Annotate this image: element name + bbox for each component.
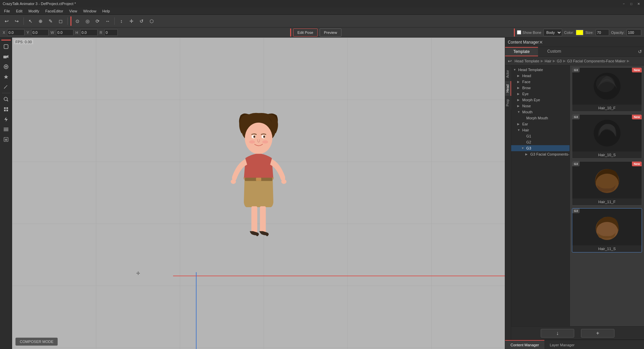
menu-help[interactable]: Help: [100, 8, 113, 14]
breadcrumb-arrow-3: ▶: [563, 59, 566, 63]
tree-arrow-g3-facial: ▶: [525, 153, 529, 156]
menu-window[interactable]: Window: [80, 8, 99, 14]
hair-item-hair10f[interactable]: Hair_10_F G3 New: [572, 67, 642, 112]
select-button[interactable]: ↖: [26, 16, 35, 26]
show-bone-checkbox[interactable]: [517, 30, 521, 35]
bottom-tabs: Content Manager Layer Manager: [505, 340, 644, 349]
edit-pose-button[interactable]: Edit Pose: [293, 28, 318, 37]
flip-button[interactable]: ↔: [103, 16, 112, 26]
cm-tree[interactable]: ▼ Head Template ▶ Head ▶ Face ▶: [511, 65, 570, 326]
star-button[interactable]: ⬡: [147, 16, 156, 26]
tab-layer-manager[interactable]: Layer Manager: [544, 340, 580, 349]
tree-nose[interactable]: ▶ Nose: [511, 103, 570, 109]
content-manager-close-button[interactable]: ✕: [539, 40, 543, 45]
r-label: R: [100, 31, 102, 35]
lt-camera-button[interactable]: [1, 52, 11, 61]
opacity-input[interactable]: [627, 29, 641, 36]
tree-g3-facial[interactable]: ▶ G3 Facial Components-Fa...: [511, 151, 570, 157]
g3-badge-hair10s: G3: [572, 115, 580, 119]
tree-mouth[interactable]: ▼ Mouth: [511, 109, 570, 115]
loop-button[interactable]: ↺: [137, 16, 146, 26]
size-input[interactable]: [596, 29, 609, 36]
cm-download-button[interactable]: ↓: [541, 329, 574, 338]
main-area: FPS: 0.00: [0, 38, 644, 349]
menu-view[interactable]: View: [66, 8, 80, 14]
undo-button[interactable]: ↩: [2, 16, 11, 26]
circle-button[interactable]: ◎: [83, 16, 92, 26]
hair-item-hair10s[interactable]: Hair_10_S G3 New: [572, 114, 642, 159]
menu-modify[interactable]: Modify: [26, 8, 42, 14]
color-swatch[interactable]: [576, 30, 583, 35]
side-tab-prop[interactable]: Prop: [505, 96, 511, 110]
tree-head[interactable]: ▶ Head: [511, 73, 570, 79]
toolbar-separator-1: [23, 17, 24, 25]
menu-edit[interactable]: Edit: [13, 8, 25, 14]
shape-button[interactable]: ◻: [56, 16, 65, 26]
tree-morph-eye[interactable]: ▶ Morph Eye: [511, 97, 570, 103]
svg-rect-12: [4, 110, 6, 111]
composer-mode-button[interactable]: COMPOSER MODE: [15, 338, 58, 346]
tree-brow[interactable]: ▶ Brow: [511, 85, 570, 91]
preview-button[interactable]: Preview: [320, 28, 341, 37]
cm-add-button[interactable]: +: [581, 329, 614, 338]
breadcrumb-item-4[interactable]: G3 Facial Components-Face Maker: [567, 59, 626, 63]
move-button[interactable]: ⊕: [36, 16, 45, 26]
y-input[interactable]: [31, 29, 49, 36]
svg-rect-1: [3, 56, 7, 58]
body-select[interactable]: Body: [543, 29, 562, 36]
lt-lightning-button[interactable]: [1, 115, 11, 124]
w-input[interactable]: [56, 29, 73, 36]
h-input[interactable]: [80, 29, 98, 36]
lt-grid-button[interactable]: [1, 105, 11, 114]
tab-content-manager[interactable]: Content Manager: [505, 340, 544, 349]
side-tab-head[interactable]: Head: [505, 81, 511, 96]
cm-tab-custom[interactable]: Custom: [538, 47, 571, 56]
y-label: Y: [26, 31, 29, 35]
transform-button[interactable]: ✛: [127, 16, 136, 26]
move-up-button[interactable]: ↕: [117, 16, 126, 26]
lt-magnify-button[interactable]: [1, 95, 11, 104]
side-tab-actor[interactable]: Actor: [505, 67, 511, 81]
redo-button[interactable]: ↪: [12, 16, 21, 26]
tree-hair[interactable]: ▼ Hair: [511, 127, 570, 133]
breadcrumb-item-1[interactable]: Head Template: [515, 59, 539, 63]
canvas-area[interactable]: FPS: 0.00: [12, 38, 505, 349]
lt-export-button[interactable]: [1, 135, 11, 144]
lt-pen-button[interactable]: [1, 82, 11, 92]
maximize-button[interactable]: □: [629, 1, 634, 6]
tree-face[interactable]: ▶ Face: [511, 79, 570, 85]
pen-button[interactable]: ✎: [46, 16, 55, 26]
h-axis-line: [173, 276, 505, 276]
tree-g2[interactable]: G2: [511, 139, 570, 145]
lasso-button[interactable]: ⊙: [73, 16, 82, 26]
tree-g3[interactable]: ▼ G3: [511, 145, 570, 151]
menu-file[interactable]: File: [1, 8, 13, 14]
cm-refresh-button[interactable]: ↺: [636, 47, 644, 56]
close-button[interactable]: ✕: [636, 1, 641, 6]
cursor-indicator: ✛: [136, 271, 140, 276]
hair-item-hair11s[interactable]: Hair_11_S G3: [572, 208, 642, 252]
tree-label-nose: Nose: [522, 104, 531, 108]
tree-ear[interactable]: ▶ Ear: [511, 121, 570, 127]
breadcrumb-item-3[interactable]: G3: [557, 59, 562, 63]
minimize-button[interactable]: −: [621, 1, 627, 6]
hair-item-hair11f[interactable]: Hair_11_F G3 New: [572, 161, 642, 206]
lt-select-button[interactable]: [1, 42, 11, 51]
lt-add-button[interactable]: [1, 62, 11, 71]
breadcrumb-item-2[interactable]: Hair: [545, 59, 551, 63]
tree-head-template[interactable]: ▼ Head Template: [511, 67, 570, 73]
tree-g1[interactable]: G1: [511, 133, 570, 139]
menu-faceeditor[interactable]: FaceEditor: [43, 8, 66, 14]
lt-layers-button[interactable]: [1, 125, 11, 134]
character[interactable]: [217, 110, 301, 261]
breadcrumb-back-button[interactable]: ↩: [508, 58, 512, 64]
x-input[interactable]: [7, 29, 24, 36]
r-input[interactable]: [104, 29, 118, 36]
cm-tab-template[interactable]: Template: [505, 47, 538, 56]
tree-morph-mouth[interactable]: Morph Mouth: [511, 115, 570, 121]
rotate-button[interactable]: ⟳: [93, 16, 102, 26]
tree-arrow-g3: ▼: [521, 147, 525, 150]
lt-star-button[interactable]: [1, 72, 11, 81]
show-bone-label: Show Bone: [523, 31, 541, 35]
tree-eye[interactable]: ▶ Eye: [511, 91, 570, 97]
